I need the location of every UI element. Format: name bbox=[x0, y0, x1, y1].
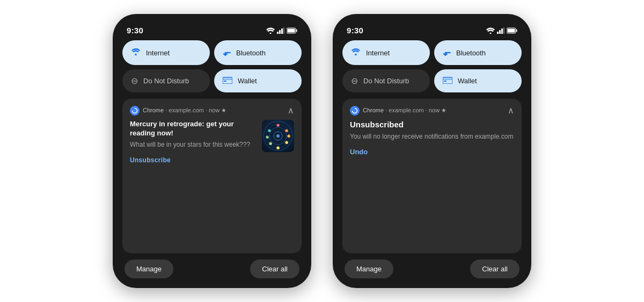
notif-header-meta-left: Chrome · example.com · now ★ bbox=[130, 106, 226, 116]
phone-left: 9:30 bbox=[113, 14, 311, 288]
qs-tile-internet-label-right: Internet bbox=[366, 49, 390, 57]
svg-text:♊: ♊ bbox=[287, 134, 291, 138]
notif-title-left: Mercury in retrograde: get your reading … bbox=[130, 120, 257, 138]
bottom-bar-right: Manage Clear all bbox=[342, 260, 522, 278]
wallet-tile-icon-left bbox=[223, 76, 232, 86]
svg-rect-41 bbox=[444, 81, 447, 82]
notif-text-left: Mercury in retrograde: get your reading … bbox=[130, 120, 257, 164]
status-icons-left bbox=[266, 27, 297, 34]
notif-header-left: Chrome · example.com · now ★ ∧ bbox=[130, 105, 294, 116]
notif-time-right: now bbox=[429, 107, 440, 113]
svg-point-0 bbox=[270, 32, 272, 34]
status-time-left: 9:30 bbox=[127, 26, 143, 35]
bluetooth-tile-icon-left: ⬐ bbox=[223, 47, 231, 59]
unsubscribe-button-left[interactable]: Unsubscribe bbox=[130, 156, 171, 164]
bottom-bar-left: Manage Clear all bbox=[122, 260, 302, 278]
notification-card-right: Chrome · example.com · now ★ ∧ Unsubscri… bbox=[342, 99, 522, 253]
qs-tile-internet-right[interactable]: Internet bbox=[342, 40, 430, 65]
svg-rect-6 bbox=[296, 29, 297, 32]
svg-rect-7 bbox=[288, 28, 295, 32]
qs-tile-bluetooth-label-right: Bluetooth bbox=[456, 49, 486, 57]
notif-app-icon-left bbox=[130, 106, 140, 116]
svg-point-38 bbox=[355, 54, 357, 55]
svg-rect-31 bbox=[497, 32, 499, 34]
notif-chevron-right[interactable]: ∧ bbox=[508, 105, 514, 116]
svg-text:♋: ♋ bbox=[285, 141, 289, 145]
notif-app-icon-right bbox=[350, 106, 360, 116]
signal-status-icon bbox=[277, 27, 284, 34]
notif-unsub-desc: You will no longer receive notifications… bbox=[350, 132, 514, 141]
svg-rect-39 bbox=[443, 77, 452, 84]
qs-tile-dnd-label-left: Do Not Disturb bbox=[143, 77, 189, 85]
notif-header-right: Chrome · example.com · now ★ ∧ bbox=[350, 105, 514, 116]
wifi-status-icon bbox=[266, 27, 275, 34]
status-time-right: 9:30 bbox=[347, 26, 363, 35]
svg-rect-9 bbox=[223, 77, 232, 84]
svg-point-8 bbox=[135, 54, 137, 55]
wallet-tile-icon-right bbox=[443, 76, 452, 86]
qs-tile-wallet-right[interactable]: Wallet bbox=[434, 69, 522, 92]
svg-text:♈: ♈ bbox=[276, 124, 280, 127]
svg-rect-40 bbox=[443, 78, 452, 80]
notif-body-left: Mercury in retrograde: get your reading … bbox=[130, 120, 294, 164]
qs-tile-internet-left[interactable]: Internet bbox=[122, 40, 210, 65]
svg-rect-2 bbox=[279, 30, 281, 34]
status-bar-left: 9:30 bbox=[122, 24, 302, 40]
svg-rect-10 bbox=[223, 78, 232, 80]
dnd-tile-icon-left: ⊖ bbox=[131, 76, 138, 86]
svg-rect-11 bbox=[224, 81, 226, 82]
wifi-tile-icon bbox=[131, 48, 141, 57]
clear-all-button-right[interactable]: Clear all bbox=[470, 260, 519, 278]
zodiac-icon: ♈ ♉ ♊ ♋ ♌ ♍ ♎ ♏ bbox=[263, 121, 293, 151]
notif-action-left: Unsubscribe bbox=[130, 155, 257, 164]
qs-tile-wallet-label-right: Wallet bbox=[458, 77, 477, 85]
svg-rect-37 bbox=[508, 28, 515, 32]
svg-rect-4 bbox=[283, 27, 284, 34]
qs-tile-dnd-label-right: Do Not Disturb bbox=[363, 77, 409, 85]
qs-tile-wallet-label-left: Wallet bbox=[238, 77, 257, 85]
notif-image-left: ♈ ♉ ♊ ♋ ♌ ♍ ♎ ♏ bbox=[262, 120, 294, 152]
notif-chevron-left[interactable]: ∧ bbox=[288, 105, 294, 116]
notif-site-right: example.com bbox=[389, 107, 423, 113]
svg-rect-33 bbox=[501, 28, 503, 34]
clear-all-button-left[interactable]: Clear all bbox=[250, 260, 299, 278]
battery-status-icon bbox=[287, 27, 297, 34]
svg-point-30 bbox=[490, 32, 492, 34]
notif-meta-right: Chrome · example.com · now ★ bbox=[363, 107, 447, 114]
qs-tile-dnd-right[interactable]: ⊖ Do Not Disturb bbox=[342, 69, 430, 92]
svg-text:♏: ♏ bbox=[268, 129, 272, 133]
qs-tile-wallet-left[interactable]: Wallet bbox=[214, 69, 302, 92]
wifi-tile-icon-right bbox=[351, 48, 361, 57]
svg-rect-3 bbox=[281, 28, 283, 34]
qs-tile-internet-label-left: Internet bbox=[146, 49, 170, 57]
notif-pin-left: ★ bbox=[221, 107, 226, 113]
qs-tile-bluetooth-right[interactable]: ⬐ Bluetooth bbox=[434, 40, 522, 65]
dnd-tile-icon-right: ⊖ bbox=[351, 76, 358, 86]
notif-desc-left: What will be in your stars for this week… bbox=[130, 140, 257, 149]
notif-app-name-right: Chrome bbox=[363, 107, 384, 113]
manage-button-right[interactable]: Manage bbox=[345, 260, 393, 278]
svg-rect-1 bbox=[277, 32, 279, 34]
qs-tile-dnd-left[interactable]: ⊖ Do Not Disturb bbox=[122, 69, 210, 92]
undo-button-right[interactable]: Undo bbox=[350, 148, 368, 156]
notif-meta-left: Chrome · example.com · now ★ bbox=[143, 107, 226, 114]
battery-status-icon-right bbox=[507, 27, 517, 34]
svg-rect-36 bbox=[516, 29, 517, 32]
signal-status-icon-right bbox=[497, 27, 504, 34]
bluetooth-tile-icon-right: ⬐ bbox=[443, 47, 451, 59]
wifi-status-icon-right bbox=[486, 27, 495, 34]
quick-settings-right: Internet ⬐ Bluetooth ⊖ Do Not Disturb Wa… bbox=[342, 40, 522, 92]
notif-site-left: example.com bbox=[169, 107, 203, 113]
svg-rect-32 bbox=[499, 30, 501, 34]
qs-tile-bluetooth-left[interactable]: ⬐ Bluetooth bbox=[214, 40, 302, 65]
notification-card-left: Chrome · example.com · now ★ ∧ Mercury i… bbox=[122, 99, 302, 253]
svg-text:♍: ♍ bbox=[269, 142, 273, 146]
manage-button-left[interactable]: Manage bbox=[125, 260, 173, 278]
notif-app-name-left: Chrome bbox=[143, 107, 164, 113]
svg-text:♌: ♌ bbox=[276, 146, 280, 150]
status-icons-right bbox=[486, 27, 517, 34]
notif-header-meta-right: Chrome · example.com · now ★ bbox=[350, 106, 447, 116]
quick-settings-left: Internet ⬐ Bluetooth ⊖ Do Not Disturb Wa… bbox=[122, 40, 302, 92]
qs-tile-bluetooth-label-left: Bluetooth bbox=[236, 49, 266, 57]
notif-pin-right: ★ bbox=[441, 107, 447, 113]
